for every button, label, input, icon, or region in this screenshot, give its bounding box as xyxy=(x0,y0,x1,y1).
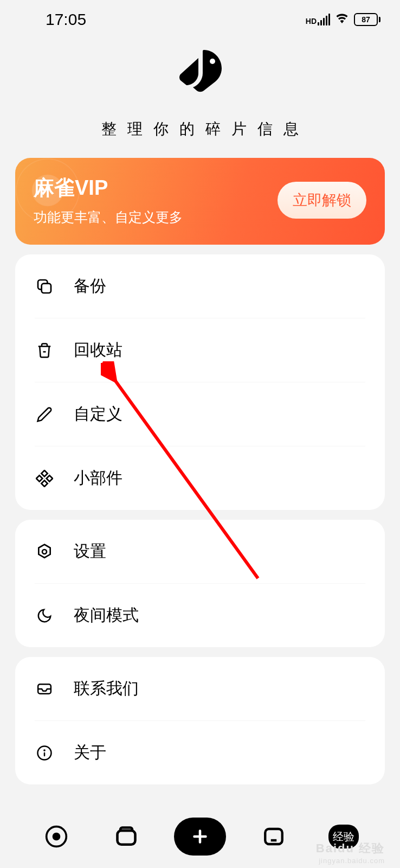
vip-promo-card[interactable]: 麻雀VIP 功能更丰富、自定义更多 立即解锁 xyxy=(15,158,385,245)
svg-point-6 xyxy=(42,550,47,554)
wifi-icon xyxy=(336,12,349,27)
menu-label: 设置 xyxy=(74,540,106,563)
menu-item-about[interactable]: 关于 xyxy=(35,721,365,784)
menu-item-customize[interactable]: 自定义 xyxy=(35,382,365,446)
menu-label: 夜间模式 xyxy=(74,604,139,627)
info-icon xyxy=(35,743,54,763)
moon-icon xyxy=(35,606,54,626)
status-indicators: HD 87 xyxy=(306,12,380,27)
menu-label: 自定义 xyxy=(74,403,122,425)
nav-add-button[interactable] xyxy=(174,818,226,856)
menu-group-1: 备份 回收站 自定义 小部件 xyxy=(15,254,385,510)
app-header: 整理你的碎片信息 xyxy=(0,30,400,139)
svg-rect-13 xyxy=(117,831,135,845)
svg-point-0 xyxy=(210,59,215,64)
menu-item-recycle[interactable]: 回收站 xyxy=(35,318,365,382)
battery-indicator: 87 xyxy=(354,13,380,26)
app-logo-icon xyxy=(176,48,224,97)
nav-record-button[interactable] xyxy=(35,815,78,858)
status-bar: 17:05 HD 87 xyxy=(0,0,400,30)
app-tagline: 整理你的碎片信息 xyxy=(0,119,400,139)
menu-group-2: 设置 夜间模式 xyxy=(15,520,385,647)
vip-unlock-button[interactable]: 立即解锁 xyxy=(278,182,366,219)
vip-title: 麻雀VIP xyxy=(34,174,183,202)
nav-card-button[interactable] xyxy=(105,815,148,858)
menu-label: 回收站 xyxy=(74,339,122,361)
nav-experience-button[interactable]: 经验 xyxy=(322,815,365,858)
menu-label: 关于 xyxy=(74,742,106,764)
menu-item-backup[interactable]: 备份 xyxy=(35,254,365,318)
menu-item-night-mode[interactable]: 夜间模式 xyxy=(35,584,365,647)
settings-icon xyxy=(35,542,54,561)
copy-icon xyxy=(35,277,54,296)
vip-subtitle: 功能更丰富、自定义更多 xyxy=(34,208,183,226)
inbox-icon xyxy=(35,679,54,699)
status-time: 17:05 xyxy=(46,10,86,29)
bottom-navigation: 经验 xyxy=(0,815,400,858)
svg-rect-5 xyxy=(41,480,47,486)
svg-point-12 xyxy=(54,834,60,840)
menu-item-contact[interactable]: 联系我们 xyxy=(35,657,365,721)
menu-item-settings[interactable]: 设置 xyxy=(35,520,365,584)
nav-folder-button[interactable] xyxy=(252,815,295,858)
pencil-icon xyxy=(35,405,54,424)
menu-label: 备份 xyxy=(74,275,106,297)
trash-icon xyxy=(35,341,54,360)
svg-rect-2 xyxy=(41,470,47,476)
svg-rect-14 xyxy=(266,829,283,844)
svg-rect-1 xyxy=(42,283,51,292)
svg-rect-3 xyxy=(36,475,42,481)
svg-rect-4 xyxy=(47,475,53,481)
menu-item-widgets[interactable]: 小部件 xyxy=(35,446,365,510)
menu-group-3: 联系我们 关于 xyxy=(15,657,385,784)
menu-label: 联系我们 xyxy=(74,678,139,700)
widgets-icon xyxy=(35,469,54,488)
menu-label: 小部件 xyxy=(74,467,122,489)
hd-signal-icon: HD xyxy=(306,14,330,25)
